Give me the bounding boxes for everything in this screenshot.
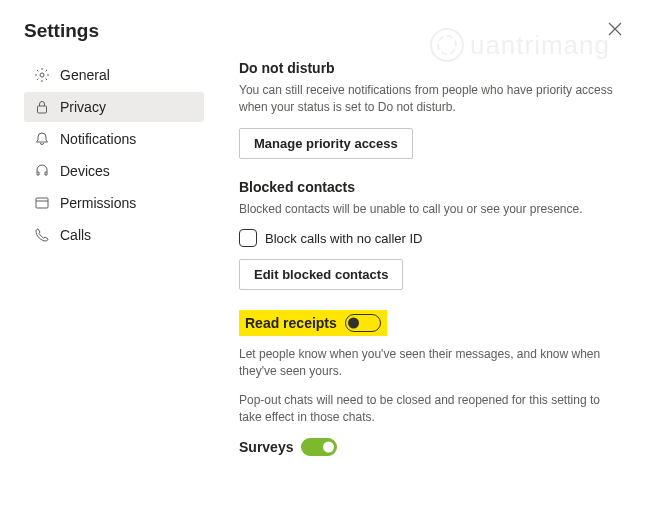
sidebar-item-label: Privacy (60, 99, 106, 115)
sidebar-item-permissions[interactable]: Permissions (24, 188, 204, 218)
close-icon (608, 22, 622, 36)
page-title: Settings (24, 20, 99, 42)
dnd-heading: Do not disturb (239, 60, 616, 76)
read-receipts-desc1: Let people know when you've seen their m… (239, 346, 616, 380)
checkbox-unchecked-icon[interactable] (239, 229, 257, 247)
svg-point-0 (40, 73, 44, 77)
blocked-heading: Blocked contacts (239, 179, 616, 195)
permissions-icon (34, 195, 50, 211)
dnd-description: You can still receive notifications from… (239, 82, 616, 116)
read-receipts-highlight: Read receipts (239, 310, 387, 336)
phone-icon (34, 227, 50, 243)
sidebar-item-general[interactable]: General (24, 60, 204, 90)
surveys-toggle[interactable] (301, 438, 337, 456)
sidebar-item-calls[interactable]: Calls (24, 220, 204, 250)
toggle-knob-icon (323, 441, 334, 452)
svg-rect-1 (38, 106, 47, 113)
read-receipts-heading: Read receipts (245, 315, 337, 331)
lock-icon (34, 99, 50, 115)
headset-icon (34, 163, 50, 179)
sidebar-item-label: Permissions (60, 195, 136, 211)
toggle-knob-icon (348, 318, 359, 329)
sidebar-item-notifications[interactable]: Notifications (24, 124, 204, 154)
sidebar-item-label: Calls (60, 227, 91, 243)
svg-rect-2 (36, 198, 48, 208)
content-panel: Do not disturb You can still receive not… (204, 60, 626, 514)
sidebar-item-label: Devices (60, 163, 110, 179)
block-no-caller-id-row[interactable]: Block calls with no caller ID (239, 229, 616, 247)
surveys-row: Surveys (239, 438, 337, 456)
sidebar-item-privacy[interactable]: Privacy (24, 92, 204, 122)
block-no-caller-id-label: Block calls with no caller ID (265, 231, 423, 246)
gear-icon (34, 67, 50, 83)
surveys-heading: Surveys (239, 439, 293, 455)
sidebar: General Privacy Notifications Devices (24, 60, 204, 514)
close-button[interactable] (604, 20, 626, 41)
bell-icon (34, 131, 50, 147)
read-receipts-desc2: Pop-out chats will need to be closed and… (239, 392, 616, 426)
sidebar-item-label: General (60, 67, 110, 83)
manage-priority-access-button[interactable]: Manage priority access (239, 128, 413, 159)
read-receipts-toggle[interactable] (345, 314, 381, 332)
edit-blocked-contacts-button[interactable]: Edit blocked contacts (239, 259, 403, 290)
blocked-description: Blocked contacts will be unable to call … (239, 201, 616, 218)
sidebar-item-devices[interactable]: Devices (24, 156, 204, 186)
sidebar-item-label: Notifications (60, 131, 136, 147)
